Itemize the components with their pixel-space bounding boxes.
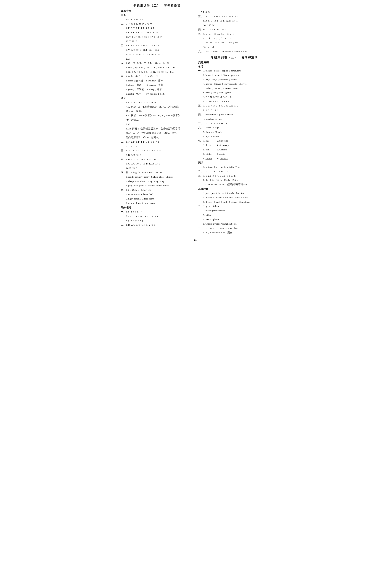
line: 13. T 14. F 15. F 16. F 17. F 18. T	[121, 35, 193, 39]
line: 三、1. C 2. A 3. B 4. A 5. C 6. D 7. D	[198, 104, 270, 108]
line: 3. a flower	[198, 213, 270, 217]
line: 4. tomatoes 5. juice	[198, 117, 270, 121]
line: 二、1. B D N 2. F H M 3. C K L	[198, 95, 270, 99]
line: 4. friend's photo	[198, 217, 270, 222]
line: 三、1. F 2. T 3. F 4. F 5. F 6. T	[121, 26, 193, 30]
line: 一、1. C 2. A 3. A 4. B 5. B 6. D	[121, 100, 193, 104]
line: 5. Ww；Yy 6. Ss；Uu 7. Uu；Ww 8. Mm；Oo	[121, 66, 193, 70]
line: 一、1. planes；desks；apples；computers	[198, 69, 270, 73]
line: 三、1. B 2. G 3. D 4. E 5. O 6. K 7. J	[198, 14, 270, 19]
line: 9. cousin 10. Sunday	[198, 156, 270, 161]
line: 3. g p q y 4. f j	[121, 219, 193, 223]
line: 10. ear；air	[198, 45, 270, 49]
line: 3. doctor 4. dictionary	[198, 143, 270, 147]
line: 4. A；policemen 5. B；删去	[198, 230, 270, 235]
line: 二、1. B 2. C 3. T 4. R 5. Y 6. I	[121, 223, 193, 227]
line: 4. G O P 5. A J Q 6. E I R	[198, 99, 270, 104]
line: 2. a c e m n o r s u v w x z	[121, 214, 193, 218]
left-column: 专题集训卷（二） 字母和语音 典题专练 字母 一、Aa Ee Ii Oo Uu …	[121, 3, 193, 227]
right-main-title: 专题集训卷（三） 名词和冠词	[198, 55, 270, 59]
line: 五、1. B 2. A 3. D 4. B 5. C	[198, 121, 270, 126]
line: /ʊ/，故选A。	[121, 118, 193, 122]
line: 发/z/。A、C、D中s前面都是元音，s发/z/；B中s	[121, 131, 193, 135]
line: 2. picking strawberries	[198, 209, 270, 213]
line: 3. dollars 4. leaves 5. minutes；hour 6. …	[198, 195, 270, 200]
block-gaofenchongci-left: 一、1. b d h i k l t 2. a c e m n o r s u …	[121, 210, 193, 227]
line: 三、1. A 2. C 3. C 4. B 5. C 6. A 7. A	[121, 149, 193, 153]
subsection-冠词: 冠词	[198, 161, 270, 165]
subsection-高分冲刺-left: 高分冲刺	[121, 206, 193, 209]
block-mingci: 一、1. planes；desks；apples；computers 2. bo…	[198, 69, 270, 160]
line: 一、1. a 2. an 3. a 4. an 5. a 6. the 7. a…	[198, 165, 270, 169]
section-典题专练-right: 典题专练	[198, 61, 270, 64]
line: 7. young；年轻的 8. sheep；绵羊	[121, 87, 193, 91]
line: 19. T 20. F	[121, 39, 193, 43]
line: 20. I	[121, 57, 193, 61]
line: 5. radios；heroes；potatoes；zoos	[198, 86, 270, 90]
line: 六、1. Tom's 2. cups	[198, 126, 270, 130]
line: 前面是清辅音，s发/s/，故选B。	[121, 135, 193, 140]
line: 二、1. T 2. F 3. F 4. F 5. F 6. T 7. T	[121, 140, 193, 144]
line: 3. candy country happy 4. chair chase Ch…	[121, 175, 193, 179]
line: 6. teeth；feet；deer；geese	[198, 90, 270, 95]
line: 8. V 9. Y 10. Q 11. b 12. y 13. j	[121, 48, 193, 52]
line: 五、例：1. bag fat man 2. desk hen let	[121, 170, 193, 174]
line: 7. dresses 8. eggs；milk 9. sisters' 10. …	[198, 200, 270, 204]
line: 7. mouse down 8. nose snow	[121, 201, 193, 205]
block-yuyin: 一、1. C 2. A 3. A 4. B 5. B 6. D 7. A 解析：…	[121, 100, 193, 205]
line: 3. work nurse 4. horse ball	[121, 192, 193, 196]
block-gaofenchongci-right: 一、1. pen；pencil boxes 2. friends；hobbies…	[198, 191, 270, 235]
block-guanci: 一、1. a 2. an 3. a 4. an 5. a 6. the 7. a…	[198, 165, 270, 186]
line: 一、1. b d h i k l t	[121, 210, 193, 214]
line: 七、1. legs 2. umbrella	[198, 139, 270, 143]
line: 5. sheep ship short 6. sing hung king	[121, 179, 193, 183]
line: 4. knives；thieves；scarves/scarfs；shelves	[198, 82, 270, 86]
line: 14. B 15. B	[121, 166, 193, 170]
line: 一、1. pen；pencil boxes 2. friends；hobbies	[198, 191, 270, 195]
line: 8. A 解析：A中oo发音为/u:/，B、C、D中oo发音为	[121, 113, 193, 118]
line: 二、C F G I K M P S U W	[121, 22, 193, 26]
line: 三、1. a 2. a 3. a 4. a 5. a 6. a 7. the	[198, 174, 270, 178]
line: 二、1. good children	[198, 204, 270, 208]
line: 一、Aa Ee Ii Oo Uu	[121, 17, 193, 21]
left-main-title: 专题集训卷（二） 字母和语音	[121, 3, 193, 8]
line: 14. M 15. F 16. H 17. s 18. u 19. D	[121, 52, 193, 57]
line: 2. boxes；classes；dishes；peaches	[198, 73, 270, 77]
line: 5. This is my sister's English book.	[198, 222, 270, 226]
line: 7. winter 8. music	[198, 152, 270, 156]
line: 六、1. table；桌子 2. knife；刀	[121, 74, 193, 79]
line: 8. C 9. C 10. C 11. B 12. A 13. B	[121, 162, 193, 166]
line: 3. days；boys；countries；babies	[198, 78, 270, 82]
line: 8. the 9. the 10. the 11. the 12. the	[198, 178, 270, 182]
line: 5. tiger banana 6. face rainy	[121, 197, 193, 201]
line: 9. rabbit；兔子 10. noodles；面条	[121, 92, 193, 96]
line: 7. A 解析：A中th发清辅音/θ/，B、C、D中th发浊	[121, 105, 193, 109]
line: 3. Amy and Mary's	[198, 130, 270, 134]
line: 辅音/ð/，故选A。	[121, 109, 193, 113]
line: 五、1. Cc；Ee 2. Rr；Tt 3. Ee；Gg 4. Hh；Jj	[121, 61, 193, 65]
line: 14. I 15. M	[198, 23, 270, 27]
main-layout: 专题集训卷（二） 字母和语音 典题专练 字母 一、Aa Ee Ii Oo Uu …	[121, 3, 270, 235]
line: 8. A 9. B 10. A	[198, 108, 270, 112]
block-right-top: 7. P 8. O 三、1. B 2. G 3. D 4. E 5. O 6. …	[198, 10, 270, 54]
line: 四、1. post office 2. pilot 3. sheep	[198, 113, 270, 117]
subsection-高分冲刺-right: 高分冲刺	[198, 188, 270, 191]
line: 9. C	[121, 122, 193, 126]
block-zimu: 一、Aa Ee Ii Oo Uu 二、C F G I K M P S U W 三…	[121, 17, 193, 96]
line: 8. A 9. C 10. F 11. L 12. N 13. H	[198, 19, 270, 23]
line: 4. toys 5. mouse	[198, 134, 270, 139]
line: 8. B 9. B 10. C	[121, 153, 193, 157]
subsection-名词: 名词	[198, 65, 270, 68]
page-number: 46	[121, 238, 270, 242]
subsection-语音: 语音	[121, 97, 193, 100]
line: 7. P 8. O	[198, 10, 270, 14]
line: 4. c；k 5. ph；f 6. c；s	[198, 36, 270, 41]
line: 四、1. x 2. T 3. K 4. m 5. G 6. l 7. r	[121, 44, 193, 48]
line: 9. Xx；Zz 10. Pp；Rr 11. Gg；Ii 12. Kk；Mm	[121, 70, 193, 74]
subsection-字母: 字母	[121, 14, 193, 17]
line: 13. the 14. the 15. an （部分答案不唯一）	[198, 182, 270, 187]
line: 六、1. tea Chinese 2. big pig	[121, 188, 193, 192]
line: 7. play plate plant 8. brother brown bre…	[121, 183, 193, 188]
right-column: 7. P 8. O 三、1. B 2. G 3. D 4. E 5. O 6. …	[198, 3, 270, 235]
line: 六、1. fish 2. email 3. snowman 4. swim 5.…	[198, 49, 270, 54]
